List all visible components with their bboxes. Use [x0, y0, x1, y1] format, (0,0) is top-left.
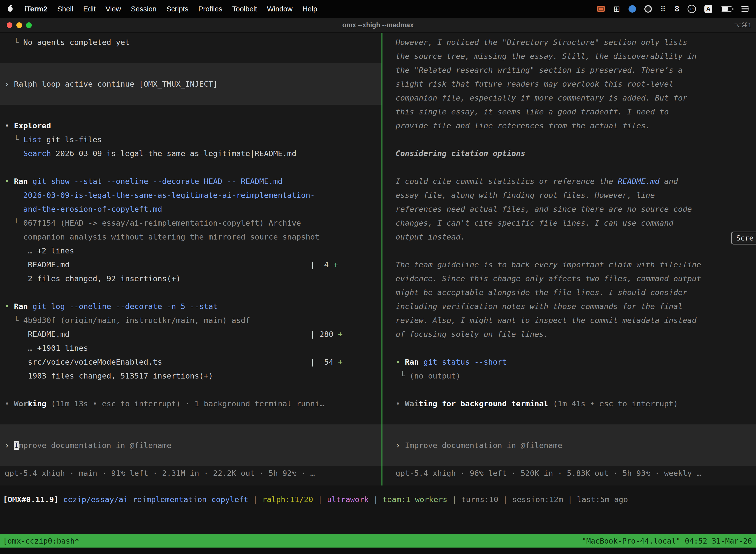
- window-shortcut-badge: ⌥⌘1: [734, 21, 752, 29]
- text-segment: |: [369, 495, 382, 504]
- menu-item-toolbelt[interactable]: Toolbelt: [232, 5, 257, 13]
- terminal-line: [0, 383, 381, 397]
- battery-percent-icon[interactable]: .61: [688, 5, 696, 13]
- text-segment: 2026-03-09-is-legal-the-same-as-legitima…: [5, 190, 315, 200]
- menu-item-profiles[interactable]: Profiles: [198, 5, 223, 13]
- text-segment: companion file, especially if more comme…: [396, 93, 687, 102]
- right-pane[interactable]: However, I noticed the "Directory Struct…: [382, 33, 756, 486]
- shortcuts-icon[interactable]: 8: [675, 4, 679, 13]
- terminal-line: └ List git ls-files: [0, 132, 381, 147]
- battery-icon[interactable]: [721, 6, 732, 12]
- text-segment: essay file, along with finding root file…: [396, 190, 655, 200]
- text-segment: Ran: [405, 357, 419, 366]
- terminal-line: [382, 160, 756, 174]
- terminal-line: Search 2026-03-09-is-legal-the-same-as-l…: [0, 147, 381, 160]
- text-segment: README.md | 4: [5, 260, 333, 269]
- terminal-line: provide file and line references from th…: [382, 119, 756, 132]
- terminal-line: [382, 410, 756, 425]
- zoom-button[interactable]: [26, 22, 32, 28]
- text-segment: └ (no output): [396, 371, 460, 380]
- minimize-button[interactable]: [16, 22, 22, 28]
- input-source-icon[interactable]: A: [704, 5, 712, 13]
- blue-app-icon[interactable]: [629, 5, 636, 13]
- menu-item-session[interactable]: Session: [131, 5, 156, 13]
- terminal-line: 2026-03-09-is-legal-the-same-as-legitima…: [0, 188, 381, 202]
- text-segment: (11m 13s • esc to interrupt) · 1 backgro…: [46, 399, 324, 408]
- terminal-line: output instead.: [382, 230, 756, 244]
- terminal-line: the "Related research writing" section i…: [382, 63, 756, 77]
- grid-icon[interactable]: ⊞: [613, 4, 620, 14]
- text-segment: (1m 41s • esc to interrupt): [548, 399, 678, 408]
- screen-tooltip: Scre: [731, 232, 756, 244]
- omx-status-bar: [OMX#0.11.9] cczip/essay/ai-reimplementa…: [0, 492, 756, 506]
- text-segment: •: [396, 399, 405, 408]
- text-segment: slight risk that future readers may over…: [396, 79, 674, 88]
- terminal-line: [0, 285, 381, 299]
- terminal-line: └ 4b9d30f (origin/main, instructkr/main,…: [0, 313, 381, 327]
- text-segment: [28, 302, 33, 311]
- text-segment: provide file and line references from th…: [396, 121, 650, 130]
- terminal-line: [0, 160, 381, 174]
- tmux-host-time: "MacBook-Pro-44.local" 04:52 31-Mar-26: [582, 537, 752, 545]
- text-segment: However, I noticed the "Directory Struct…: [396, 38, 687, 47]
- menu-item-help[interactable]: Help: [302, 5, 317, 13]
- text-segment: 2026-03-09-is-legal-the-same-as-legitima…: [51, 149, 296, 158]
- bottom-strip: [0, 548, 756, 554]
- text-segment: companion analysis without altering the …: [5, 232, 319, 241]
- aperture-icon[interactable]: [644, 5, 652, 13]
- terminal-line: companion file, especially if more comme…: [382, 91, 756, 105]
- text-segment: cczip/essay/ai-reimplementation-copyleft: [63, 495, 249, 504]
- text-segment: +: [333, 260, 338, 269]
- terminal-line: [0, 452, 381, 466]
- terminal-line: • Working (11m 13s • esc to interrupt) ·…: [0, 397, 381, 410]
- menu-item-window[interactable]: Window: [267, 5, 293, 13]
- text-segment: git show --stat --oneline --decorate HEA…: [33, 177, 282, 186]
- text-segment: …: [5, 246, 37, 255]
- menu-items: iTerm2ShellEditViewSessionScriptsProfile…: [24, 5, 327, 13]
- text-segment: [5, 149, 23, 158]
- text-segment: king: [28, 399, 46, 408]
- terminal-line: [382, 341, 756, 355]
- text-segment: The team guideline is to back every impo…: [396, 260, 701, 269]
- apple-menu[interactable]: [7, 4, 13, 14]
- close-button[interactable]: [7, 22, 12, 28]
- left-pane[interactable]: └ No agents completed yet› Ralph loop ac…: [0, 33, 381, 486]
- menu-item-iterm2[interactable]: iTerm2: [24, 5, 47, 13]
- text-segment: └: [5, 135, 23, 144]
- text-segment: Wor: [14, 399, 28, 408]
- terminal-line: README.md | 4 +: [0, 258, 381, 272]
- text-segment: review. Also, I might want to inspect th…: [396, 316, 696, 325]
- terminal-line: › Ralph loop active continue [OMX_TMUX_I…: [0, 77, 381, 91]
- text-segment: git status --short: [423, 357, 507, 366]
- terminal-line: gpt-5.4 xhigh · main · 91% left · 2.31M …: [0, 466, 381, 480]
- text-segment: •: [5, 121, 14, 130]
- text-segment: Wai: [405, 399, 419, 408]
- window-titlebar[interactable]: omx --xhigh --madmax ⌥⌘1: [0, 18, 756, 33]
- text-segment: gpt-5.4 xhigh · 96% left · 520K in · 5.8…: [396, 468, 701, 478]
- menu-item-view[interactable]: View: [106, 5, 121, 13]
- text-segment: ultrawork: [327, 495, 369, 504]
- terminal-line: this single essay, it seems like a good …: [382, 105, 756, 119]
- terminal-line: However, I noticed the "Directory Struct…: [382, 35, 756, 49]
- text-segment: +1901 lines: [37, 343, 88, 352]
- text-segment: [OMX#0.11.9]: [3, 495, 59, 504]
- text-segment: +: [338, 357, 343, 366]
- text-segment: this single essay, it seems like a good …: [396, 107, 669, 116]
- screen-recording-indicator[interactable]: [597, 6, 605, 12]
- terminal-line: › Improve documentation in @filename: [382, 438, 756, 452]
- menu-item-shell[interactable]: Shell: [57, 5, 73, 13]
- window-title: omx --xhigh --madmax: [342, 21, 414, 29]
- control-center-icon[interactable]: [741, 6, 749, 12]
- text-segment: •: [5, 177, 14, 186]
- text-segment: Considering citation options: [396, 149, 525, 158]
- terminal-line: references need actual files, and since …: [382, 202, 756, 216]
- terminal-line: • Waiting for background terminal (1m 41…: [382, 397, 756, 410]
- menu-item-edit[interactable]: Edit: [83, 5, 96, 13]
- dots-grid-icon[interactable]: ⠿: [660, 5, 667, 13]
- text-segment: references need actual files, and since …: [396, 205, 692, 214]
- text-segment: List: [23, 135, 42, 144]
- text-segment: Ran: [14, 302, 28, 311]
- menu-item-scripts[interactable]: Scripts: [167, 5, 189, 13]
- terminal-line: └ (no output): [382, 369, 756, 383]
- terminal-line: [382, 425, 756, 438]
